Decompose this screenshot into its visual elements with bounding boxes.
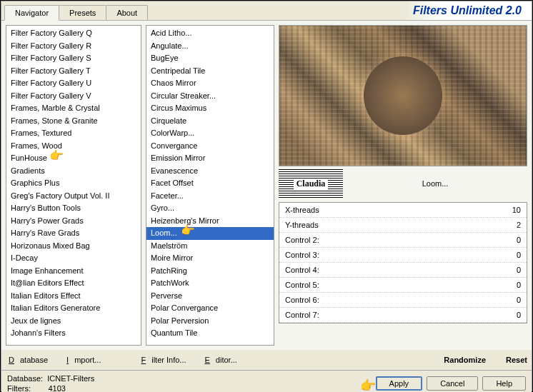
category-item[interactable]: FunHouse👉 (6, 152, 141, 165)
preview-pane: Claudia Loom... X-threads10Y-threads2Con… (279, 25, 527, 346)
toolbar: Database Import... Filter Info... Editor… (1, 350, 532, 370)
apply-button[interactable]: Apply (376, 376, 423, 391)
category-item[interactable]: I-Decay (6, 252, 141, 265)
db-value: ICNET-Filters (47, 374, 94, 383)
param-value: 10 (512, 203, 521, 216)
db-label: Database: (7, 374, 43, 383)
author-logo: Claudia (279, 169, 343, 198)
param-value: 0 (517, 263, 521, 276)
category-item[interactable]: Harry's Rave Grads (6, 227, 141, 240)
param-value: 0 (517, 308, 521, 321)
param-row[interactable]: X-threads10 (279, 203, 527, 218)
param-label: Control 5: (285, 278, 319, 291)
filter-item[interactable]: Facet Offset (146, 177, 274, 190)
tab-strip: NavigatorPresetsAbout (1, 1, 147, 20)
category-item[interactable]: Harry's Button Tools (6, 202, 141, 215)
category-item[interactable]: Gradients (6, 165, 141, 178)
filter-item[interactable]: Emission Mirror (146, 152, 274, 165)
filters-count: 4103 (48, 384, 65, 392)
tab-navigator[interactable]: Navigator (4, 5, 59, 21)
pointing-hand-icon: 👉 (181, 225, 195, 236)
current-filter-name: Loom... (343, 179, 527, 188)
filter-item[interactable]: Angulate... (146, 40, 274, 53)
app-title: Filters Unlimited 2.0 (403, 1, 532, 20)
filter-item[interactable]: Polar Perversion (146, 315, 274, 328)
param-row[interactable]: Control 7:0 (279, 308, 527, 323)
category-item[interactable]: Greg's Factory Output Vol. II (6, 190, 141, 203)
category-item[interactable]: Filter Factory Gallery T (6, 65, 141, 78)
filter-item[interactable]: Cirquelate (146, 115, 274, 128)
filter-item[interactable]: PatchWork (146, 277, 274, 290)
category-item[interactable]: Image Enhancement (6, 265, 141, 278)
category-item[interactable]: Harry's Power Grads (6, 215, 141, 228)
filter-item[interactable]: Convergance (146, 140, 274, 153)
database-button[interactable]: Database (3, 354, 54, 366)
category-item[interactable]: Filter Factory Gallery S (6, 52, 141, 65)
category-list[interactable]: Filter Factory Gallery QFilter Factory G… (6, 25, 141, 346)
filters-column: Acid Litho...Angulate...BugEyeCentripeda… (146, 25, 274, 346)
category-item[interactable]: Horizonaus Mixed Bag (6, 240, 141, 253)
param-value: 0 (517, 293, 521, 306)
tab-about[interactable]: About (106, 5, 148, 20)
help-button[interactable]: Help (482, 376, 526, 391)
param-label: Control 2: (285, 233, 319, 246)
category-item[interactable]: Filter Factory Gallery R (6, 40, 141, 53)
filter-item[interactable]: PatchRing (146, 265, 274, 278)
filter-item[interactable]: Gyro... (146, 202, 274, 215)
footer-info: Database: ICNET-Filters Filters: 4103 (7, 373, 94, 392)
filter-item[interactable]: Circular Streaker... (146, 90, 274, 103)
category-item[interactable]: Frames, Textured (6, 127, 141, 140)
param-row[interactable]: Y-threads2 (279, 218, 527, 233)
status-bar: Database: ICNET-Filters Filters: 4103 👉 … (1, 370, 532, 392)
category-item[interactable]: Frames, Stone & Granite (6, 115, 141, 128)
param-row[interactable]: Control 2:0 (279, 233, 527, 248)
filter-item[interactable]: Polar Convergance (146, 302, 274, 315)
filter-item[interactable]: Circus Maximus (146, 102, 274, 115)
filter-item[interactable]: BugEye (146, 52, 274, 65)
filter-item[interactable]: Moire Mirror (146, 252, 274, 265)
filter-item[interactable]: Acid Litho... (146, 27, 274, 40)
parameter-panel: X-threads10Y-threads2Control 2:0Control … (279, 202, 527, 323)
category-item[interactable]: Frames, Wood (6, 140, 141, 153)
app-window: NavigatorPresetsAbout Filters Unlimited … (1, 1, 532, 391)
category-item[interactable]: Filter Factory Gallery V (6, 90, 141, 103)
tab-presets[interactable]: Presets (59, 5, 106, 20)
param-label: Control 7: (285, 308, 319, 321)
filter-item[interactable]: Centripedal Tile (146, 65, 274, 78)
filter-item[interactable]: Chaos Mirror (146, 77, 274, 90)
editor-button[interactable]: Editor... (199, 354, 243, 366)
filter-item[interactable]: Evanescence (146, 165, 274, 178)
category-item[interactable]: Graphics Plus (6, 177, 141, 190)
category-item[interactable]: Italian Editors Generatore (6, 302, 141, 315)
randomize-button[interactable]: Randomize (441, 354, 489, 366)
category-item[interactable]: Filter Factory Gallery Q (6, 27, 141, 40)
filter-item[interactable]: Quantum Tile (146, 327, 274, 340)
param-row[interactable]: Control 3:0 (279, 248, 527, 263)
filter-item[interactable]: Perverse (146, 290, 274, 303)
category-item[interactable]: Johann's Filters (6, 327, 141, 340)
param-label: Y-threads (285, 218, 319, 231)
pointing-hand-icon: 👉 (49, 150, 64, 161)
category-item[interactable]: Italian Editors Effect (6, 290, 141, 303)
filter-list[interactable]: Acid Litho...Angulate...BugEyeCentripeda… (146, 25, 274, 346)
main-content: Filter Factory Gallery QFilter Factory G… (1, 20, 532, 350)
param-row[interactable]: Control 6:0 (279, 293, 527, 308)
category-item[interactable]: Filter Factory Gallery U (6, 77, 141, 90)
param-label: X-threads (285, 203, 319, 216)
category-item[interactable]: Jeux de lignes (6, 315, 141, 328)
param-row[interactable]: Control 5:0 (279, 278, 527, 293)
filter-item[interactable]: Heizenberg's Mirror (146, 215, 274, 228)
param-label: Control 6: (285, 293, 319, 306)
cancel-button[interactable]: Cancel (427, 376, 478, 391)
param-value: 0 (517, 233, 521, 246)
category-item[interactable]: It@lian Editors Effect (6, 277, 141, 290)
category-item[interactable]: Frames, Marble & Crystal (6, 102, 141, 115)
filter-item[interactable]: Loom...👉 (146, 227, 274, 240)
filter-item[interactable]: Maelström (146, 240, 274, 253)
reset-button[interactable]: Reset (503, 354, 530, 366)
filter-item[interactable]: Faceter... (146, 190, 274, 203)
import-button[interactable]: Import... (61, 354, 106, 366)
filter-item[interactable]: ColorWarp... (146, 127, 274, 140)
filter-info-button[interactable]: Filter Info... (135, 354, 191, 366)
param-row[interactable]: Control 4:0 (279, 263, 527, 278)
